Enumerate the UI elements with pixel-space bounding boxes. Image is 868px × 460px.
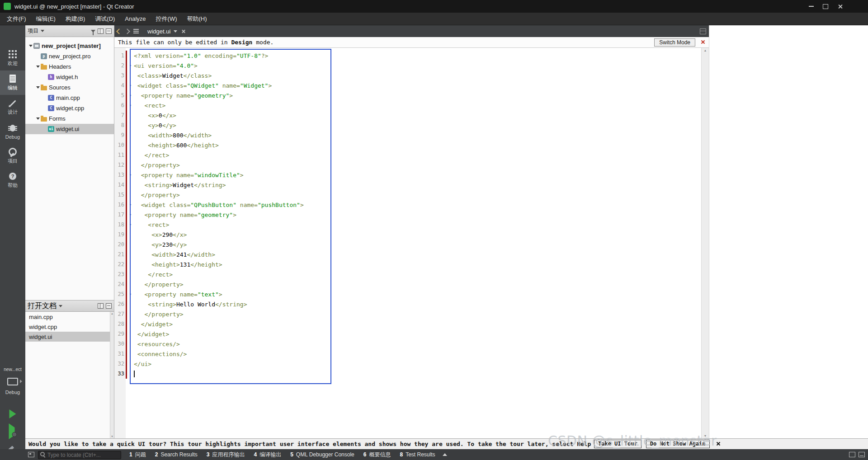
- code-line[interactable]: 19 <x>290</x>: [114, 230, 701, 239]
- forward-icon[interactable]: [124, 28, 130, 34]
- tree-item[interactable]: main.cpp: [25, 93, 114, 103]
- line-number[interactable]: 8: [114, 122, 126, 128]
- split-editor-icon[interactable]: [700, 28, 706, 34]
- mode-design[interactable]: 设计: [0, 95, 25, 119]
- split-panel-icon[interactable]: [98, 303, 104, 309]
- output-pane-button[interactable]: 4编译输出: [249, 449, 286, 460]
- output-pane-button[interactable]: 8Test Results: [395, 449, 439, 460]
- line-number[interactable]: 15: [114, 192, 126, 198]
- line-number[interactable]: 12: [114, 162, 126, 168]
- project-panel-title[interactable]: 项目: [28, 27, 38, 35]
- mode-projects[interactable]: 项目: [0, 144, 25, 168]
- debug-run-button[interactable]: [9, 427, 17, 437]
- code-line[interactable]: 25 <property name="text">: [114, 289, 701, 299]
- output-pane-button[interactable]: 2Search Results: [151, 449, 202, 460]
- line-number[interactable]: 14: [114, 182, 126, 188]
- open-documents-title[interactable]: 打开文档: [28, 301, 57, 311]
- line-number[interactable]: 30: [114, 341, 126, 347]
- line-number[interactable]: 29: [114, 331, 126, 337]
- tree-item[interactable]: Headers: [25, 61, 114, 72]
- menu-item[interactable]: 调试(D): [90, 13, 120, 25]
- code-line[interactable]: 21 <width>241</width>: [114, 249, 701, 259]
- menu-item[interactable]: 构建(B): [61, 13, 90, 25]
- line-number[interactable]: 19: [114, 231, 126, 238]
- do-not-show-again-button[interactable]: Do Not Show Again: [646, 440, 710, 448]
- code-line[interactable]: 11 </rect>: [114, 150, 701, 160]
- maximize-button[interactable]: [818, 0, 833, 13]
- tree-item[interactable]: widget.ui: [25, 124, 114, 134]
- code-line[interactable]: 6 <rect>: [114, 100, 701, 110]
- tree-item[interactable]: Sources: [25, 82, 114, 93]
- fold-marker-icon[interactable]: [127, 292, 134, 296]
- line-number[interactable]: 18: [114, 221, 126, 228]
- line-number[interactable]: 32: [114, 361, 126, 367]
- tree-item[interactable]: new_project [master]: [25, 41, 114, 51]
- close-panel-icon[interactable]: [106, 28, 112, 34]
- menu-item[interactable]: 帮助(H): [182, 13, 212, 25]
- mode-help[interactable]: 帮助: [0, 168, 25, 192]
- line-number[interactable]: 11: [114, 152, 126, 158]
- code-line[interactable]: 33: [114, 369, 701, 379]
- expand-output-icon[interactable]: [443, 453, 447, 456]
- editor-scrollbar[interactable]: [701, 48, 709, 438]
- tree-item[interactable]: widget.h: [25, 72, 114, 82]
- line-number[interactable]: 33: [114, 371, 126, 377]
- kit-project-name[interactable]: new...ect: [0, 367, 25, 372]
- line-number[interactable]: 5: [114, 92, 126, 99]
- tree-item[interactable]: new_project.pro: [25, 51, 114, 61]
- code-line[interactable]: 30 <resources/>: [114, 339, 701, 349]
- menu-item[interactable]: 编辑(E): [31, 13, 61, 25]
- code-line[interactable]: 3 <class>Widget</class>: [114, 70, 701, 80]
- fold-marker-icon[interactable]: [127, 212, 134, 217]
- line-number[interactable]: 1: [114, 52, 126, 59]
- code-line[interactable]: 16 <widget class="QPushButton" name="pus…: [114, 200, 701, 210]
- line-number[interactable]: 28: [114, 321, 126, 327]
- code-line[interactable]: 15 </property>: [114, 190, 701, 200]
- open-document-item[interactable]: widget.ui: [25, 332, 110, 342]
- output-pane-button[interactable]: 1问题: [125, 449, 151, 460]
- line-number[interactable]: 16: [114, 202, 126, 208]
- expand-icon[interactable]: [35, 117, 41, 120]
- line-number[interactable]: 9: [114, 132, 126, 138]
- line-number[interactable]: 10: [114, 142, 126, 148]
- output-window-icon[interactable]: [28, 452, 34, 457]
- menu-item[interactable]: 文件(F): [2, 13, 31, 25]
- fold-marker-icon[interactable]: [127, 173, 134, 177]
- code-line[interactable]: 20 <y>230</y>: [114, 239, 701, 249]
- kit-target-label[interactable]: Debug: [0, 390, 25, 395]
- code-line[interactable]: 7 <x>0</x>: [114, 110, 701, 120]
- line-number[interactable]: 17: [114, 211, 126, 218]
- notification-close-button[interactable]: [716, 441, 721, 447]
- code-line[interactable]: 12 </property>: [114, 160, 701, 170]
- code-line[interactable]: 23 </rect>: [114, 269, 701, 279]
- close-document-button[interactable]: [181, 27, 185, 35]
- code-line[interactable]: 28 </widget>: [114, 319, 701, 329]
- fold-marker-icon[interactable]: [127, 222, 134, 227]
- fold-marker-icon[interactable]: [127, 103, 134, 108]
- console-icon[interactable]: [849, 452, 855, 457]
- code-line[interactable]: 13 <property name="windowTitle">: [114, 170, 701, 180]
- expand-icon[interactable]: [28, 45, 33, 47]
- mode-welcome[interactable]: 欢迎: [0, 46, 25, 70]
- run-button[interactable]: [9, 409, 16, 418]
- code-line[interactable]: 4 <widget class="QWidget" name="Widget">: [114, 80, 701, 90]
- code-line[interactable]: 5 <property name="geometry">: [114, 90, 701, 100]
- line-number[interactable]: 31: [114, 351, 126, 357]
- kit-monitor-icon[interactable]: [7, 378, 18, 385]
- code-line[interactable]: 26 <string>Hello World</string>: [114, 299, 701, 309]
- panel-toggle-icon[interactable]: [859, 452, 865, 457]
- line-number[interactable]: 4: [114, 82, 126, 89]
- code-line[interactable]: 22 <height>131</height>: [114, 259, 701, 269]
- document-menu-icon[interactable]: [133, 29, 139, 30]
- line-number[interactable]: 23: [114, 271, 126, 277]
- line-number[interactable]: 27: [114, 311, 126, 317]
- mode-edit[interactable]: 编辑: [0, 70, 25, 95]
- open-document-item[interactable]: widget.cpp: [25, 322, 110, 332]
- minimize-button[interactable]: [804, 0, 818, 13]
- split-panel-icon[interactable]: [98, 28, 104, 34]
- code-line[interactable]: 14 <string>Widget</string>: [114, 180, 701, 190]
- fold-marker-icon[interactable]: [127, 83, 134, 88]
- close-panel-icon[interactable]: [106, 303, 112, 309]
- fold-marker-icon[interactable]: [127, 202, 134, 207]
- code-line[interactable]: 1<?xml version="1.0" encoding="UTF-8"?>: [114, 51, 701, 61]
